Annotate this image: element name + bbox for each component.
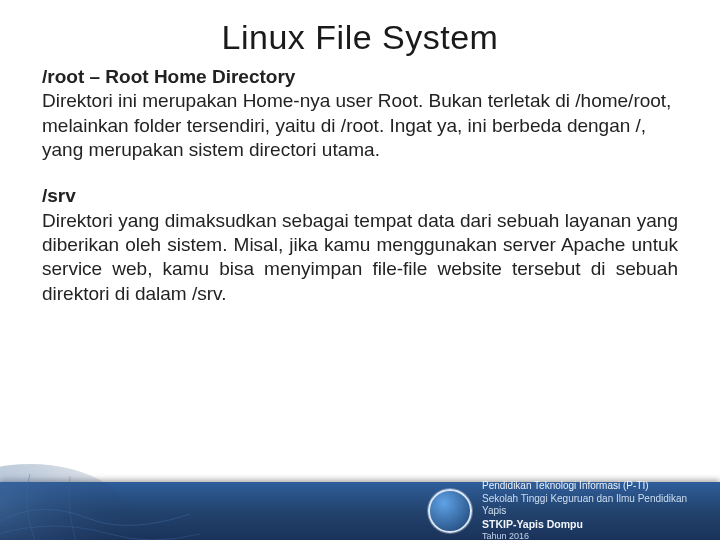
slide-title: Linux File System	[0, 0, 720, 65]
content-area: /root – Root Home Directory Direktori in…	[0, 65, 720, 306]
section-body: Direktori yang dimaksudkan sebagai tempa…	[42, 209, 678, 306]
section-root: /root – Root Home Directory Direktori in…	[42, 65, 678, 162]
globe-graphic	[0, 464, 200, 540]
slide: { "title": "Linux File System", "section…	[0, 0, 720, 540]
footer-line4: Tahun 2016	[482, 531, 702, 540]
section-srv: /srv Direktori yang dimaksudkan sebagai …	[42, 184, 678, 306]
institution-logo	[428, 489, 472, 533]
footer-line1: Pendidikan Teknologi Informasi (P-TI)	[482, 480, 702, 493]
footer-bar: Pendidikan Teknologi Informasi (P-TI) Se…	[0, 482, 720, 540]
section-heading: /srv	[42, 184, 678, 208]
footer-text: Pendidikan Teknologi Informasi (P-TI) Se…	[482, 480, 702, 540]
section-body: Direktori ini merupakan Home-nya user Ro…	[42, 89, 678, 162]
footer-line3: STKIP-Yapis Dompu	[482, 518, 702, 531]
footer-line2: Sekolah Tinggi Keguruan dan Ilmu Pendidi…	[482, 493, 702, 518]
svg-point-0	[0, 464, 140, 540]
section-heading: /root – Root Home Directory	[42, 65, 678, 89]
